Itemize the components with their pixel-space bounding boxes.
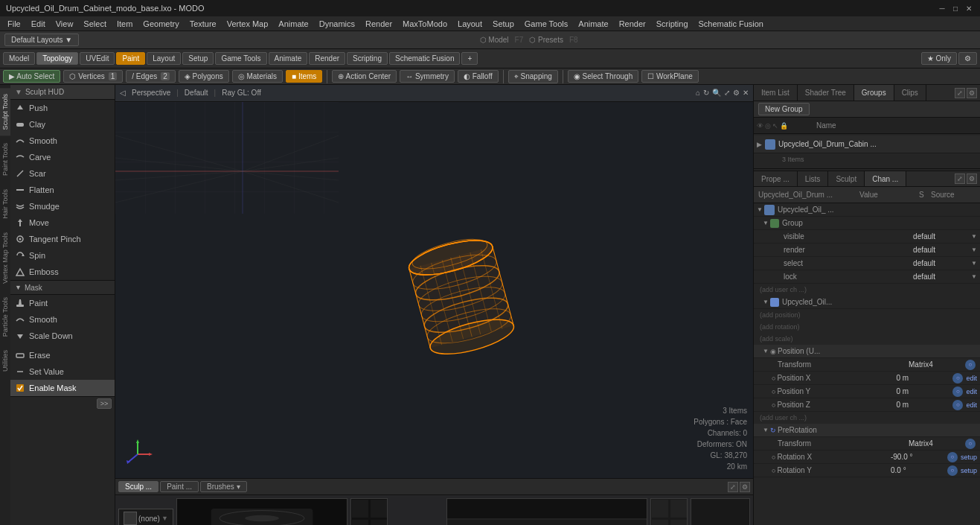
tab-animate[interactable]: Animate bbox=[269, 52, 308, 65]
group-row-main[interactable]: ▶ Upcycled_Oil_Drum_Cabin ... bbox=[754, 136, 980, 153]
ch-upcycled-expand[interactable]: ▼ bbox=[763, 299, 770, 305]
ch-select-dropdown[interactable]: ▼ bbox=[971, 260, 977, 267]
polygons-btn[interactable]: ◈ Polygons bbox=[179, 70, 229, 83]
viewport-default[interactable]: Default bbox=[185, 89, 208, 97]
vp-ctrl-home[interactable]: ⌂ bbox=[696, 89, 700, 97]
add-tab-button[interactable]: + bbox=[461, 52, 478, 65]
tool-flatten[interactable]: Flatten bbox=[10, 182, 115, 198]
ch-position-expand[interactable]: ▼ bbox=[763, 348, 770, 354]
rp-tab-clips[interactable]: Clips bbox=[894, 85, 926, 101]
menu-layout[interactable]: Layout bbox=[453, 18, 487, 30]
ch-group-row[interactable]: ▼ Group bbox=[754, 217, 980, 230]
menu-vertexmap[interactable]: Vertex Map bbox=[222, 18, 273, 30]
tab-gametools[interactable]: Game Tools bbox=[215, 52, 266, 65]
sculpt-tab[interactable]: Sculp ... bbox=[118, 481, 158, 492]
ch-posz-val[interactable]: 0 m bbox=[893, 401, 952, 409]
ch-posx-val[interactable]: 0 m bbox=[893, 374, 952, 382]
tab-topology[interactable]: Topology bbox=[36, 52, 78, 65]
ch-add-scale[interactable]: (add scale) bbox=[754, 333, 980, 345]
ch-tab-prope[interactable]: Prope ... bbox=[754, 171, 798, 186]
minimize-button[interactable]: ─ bbox=[937, 3, 947, 13]
tool-tangent-pinch[interactable]: Tangent Pinch bbox=[10, 231, 115, 247]
settings-button[interactable]: ⚙ bbox=[958, 52, 977, 65]
tool-smooth[interactable]: Smooth bbox=[10, 133, 115, 149]
particle-tools-tab[interactable]: Particle Tools bbox=[0, 291, 10, 343]
vp-ctrl-settings[interactable]: ⚙ bbox=[733, 89, 740, 97]
ch-transform-link[interactable]: ○ bbox=[965, 360, 976, 370]
ch-render-dropdown[interactable]: ▼ bbox=[971, 246, 977, 253]
mask-enable[interactable]: Enable Mask bbox=[10, 380, 115, 396]
brushes-tab[interactable]: Brushes ▾ bbox=[200, 481, 246, 492]
menu-geometry[interactable]: Geometry bbox=[138, 18, 183, 30]
brush-color-swatch[interactable] bbox=[124, 512, 137, 525]
ch-rotx-link[interactable]: ○ bbox=[947, 452, 958, 462]
viewport-canvas[interactable]: 3 Items Polygons : Face Channels: 0 Defo… bbox=[115, 102, 753, 478]
ch-tab-lists[interactable]: Lists bbox=[798, 171, 829, 186]
ch-render-val[interactable]: default bbox=[910, 246, 970, 254]
menu-scripting[interactable]: Scripting bbox=[652, 18, 693, 30]
menu-animate[interactable]: Animate bbox=[274, 18, 313, 30]
utilities-tab[interactable]: Utilities bbox=[0, 344, 10, 378]
tool-scar[interactable]: Scar bbox=[10, 165, 115, 182]
ch-add-user-1[interactable]: (add user ch ...) bbox=[754, 284, 980, 296]
tab-setup[interactable]: Setup bbox=[182, 52, 214, 65]
ch-root-expand[interactable]: ▼ bbox=[757, 206, 764, 213]
mask-section-header[interactable]: ▼ Mask bbox=[10, 280, 115, 295]
tool-push[interactable]: Push bbox=[10, 100, 115, 116]
menu-render[interactable]: Render bbox=[361, 18, 397, 30]
vp-settings-btn[interactable]: ⚙ bbox=[740, 482, 750, 492]
ch-position-section[interactable]: ▼ ◉ Position (U... bbox=[754, 345, 980, 358]
channels-scroll-area[interactable]: ▼ Upcycled_Oil_ ... ▼ Group visible defa… bbox=[754, 203, 980, 525]
ch-transform2-link[interactable]: ○ bbox=[965, 439, 976, 449]
menu-schematic[interactable]: Schematic Fusion bbox=[694, 18, 768, 30]
ch-visible-val[interactable]: default bbox=[910, 232, 970, 241]
ch-group-expand[interactable]: ▼ bbox=[763, 220, 770, 226]
tab-model[interactable]: Model bbox=[3, 52, 35, 65]
menu-edit[interactable]: Edit bbox=[27, 18, 50, 30]
workplane-btn[interactable]: ☐ WorkPlane bbox=[641, 70, 699, 83]
vertex-map-tools-tab[interactable]: Vertex Map Tools bbox=[0, 226, 10, 290]
tool-smudge[interactable]: Smudge bbox=[10, 198, 115, 214]
menu-file[interactable]: File bbox=[3, 18, 25, 30]
viewport-raygl[interactable]: Ray GL: Off bbox=[222, 89, 261, 97]
rp-tab-groups[interactable]: Groups bbox=[854, 85, 894, 101]
menu-dynamics[interactable]: Dynamics bbox=[315, 18, 359, 30]
paint-tools-tab[interactable]: Paint Tools bbox=[0, 137, 10, 182]
group-expand-arrow[interactable]: ▶ bbox=[757, 141, 762, 148]
rp-tab-shadertree[interactable]: Shader Tree bbox=[798, 85, 854, 101]
rp-expand-btn[interactable]: ⤢ bbox=[955, 88, 965, 98]
symmetry-btn[interactable]: ↔ Symmetry bbox=[400, 70, 455, 83]
ch-add-rot[interactable]: (add rotation) bbox=[754, 321, 980, 333]
ch-tab-chan[interactable]: Chan ... bbox=[865, 171, 906, 186]
viewport-perspective[interactable]: Perspective bbox=[132, 89, 170, 97]
layout-dropdown[interactable]: Default Layouts ▼ bbox=[4, 34, 79, 46]
action-center-btn[interactable]: ⊕ Action Center bbox=[332, 70, 397, 83]
ch-add-user-2[interactable]: (add user ch ...) bbox=[754, 412, 980, 424]
ch-expand-btn[interactable]: ⤢ bbox=[955, 174, 965, 184]
ch-settings-btn[interactable]: ⚙ bbox=[967, 174, 977, 184]
mask-paint[interactable]: Paint bbox=[10, 295, 115, 311]
edges-btn[interactable]: / Edges 2 bbox=[126, 70, 175, 83]
ch-upcycled-row[interactable]: ▼ Upcycled_Oil... bbox=[754, 296, 980, 309]
menu-texture[interactable]: Texture bbox=[185, 18, 221, 30]
vertices-btn[interactable]: ⬡ Vertices 1 bbox=[63, 70, 123, 83]
tool-move[interactable]: Move bbox=[10, 214, 115, 231]
ch-posx-edit[interactable]: edit bbox=[966, 375, 977, 382]
paint-tab[interactable]: Paint ... bbox=[160, 481, 199, 492]
expand-button[interactable]: >> bbox=[97, 398, 112, 409]
vp-ctrl-close[interactable]: ✕ bbox=[743, 89, 749, 97]
auto-select-btn[interactable]: ▶ Auto Select bbox=[3, 70, 60, 83]
sculpt-hud-header[interactable]: ▼ Sculpt HUD bbox=[10, 85, 115, 100]
ch-roty-edit[interactable]: setup bbox=[961, 467, 977, 474]
ch-prerotation-expand[interactable]: ▼ bbox=[763, 427, 770, 433]
ch-posz-link[interactable]: ○ bbox=[952, 400, 963, 410]
ch-posy-edit[interactable]: edit bbox=[966, 388, 977, 395]
hair-tools-tab[interactable]: Hair Tools bbox=[0, 183, 10, 225]
menu-item[interactable]: Item bbox=[112, 18, 137, 30]
ch-transform2-val[interactable]: Matrix4 bbox=[906, 439, 965, 448]
tab-schematic[interactable]: Schematic Fusion bbox=[389, 52, 460, 65]
tool-emboss[interactable]: Emboss bbox=[10, 264, 115, 280]
tool-carve[interactable]: Carve bbox=[10, 149, 115, 165]
close-button[interactable]: ✕ bbox=[964, 3, 974, 13]
rp-settings-btn[interactable]: ⚙ bbox=[967, 88, 977, 98]
